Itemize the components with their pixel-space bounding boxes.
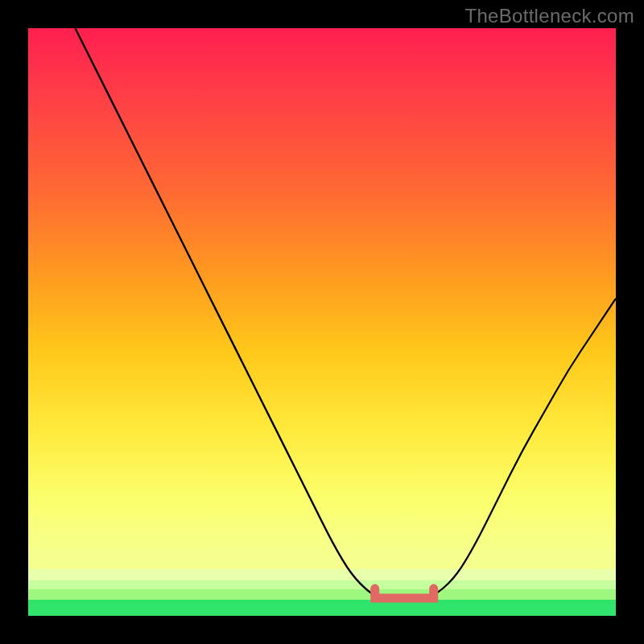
- plot-area: [28, 28, 616, 616]
- watermark-text: TheBottleneck.com: [464, 5, 634, 27]
- chart-frame: TheBottleneck.com: [0, 0, 644, 644]
- curve-left-branch: [75, 28, 381, 598]
- valley-marker: [375, 588, 434, 598]
- curve-right-branch: [427, 299, 616, 598]
- bottleneck-curve: [28, 28, 616, 616]
- curve-group: [75, 28, 616, 598]
